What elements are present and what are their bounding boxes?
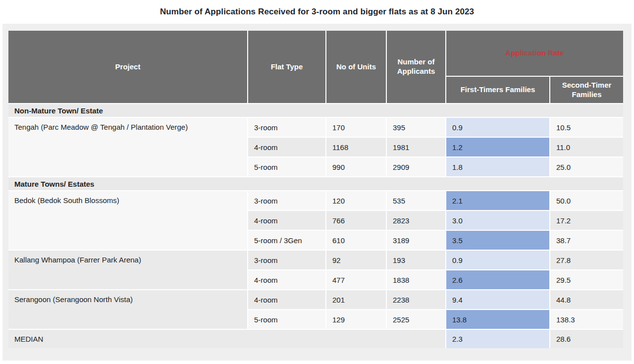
applicants-cell: 2525 (386, 310, 446, 329)
col-header-application-rate: Application Rate (446, 31, 623, 76)
section-header-row: Mature Towns/ Estates (8, 177, 623, 191)
units-cell: 170 (326, 117, 386, 137)
flat-type-cell: 4-room (248, 137, 326, 157)
flat-type-cell: 5-room (248, 310, 326, 329)
flat-type-cell: 5-room / 3Gen (248, 230, 326, 250)
second-timer-rate-cell: 17.2 (550, 210, 623, 230)
applicants-cell: 535 (386, 191, 446, 210)
second-timer-rate-cell: 28.6 (550, 329, 623, 348)
first-timer-rate-cell: 0.9 (446, 250, 550, 270)
col-header-applicants: Number of Applicants (386, 31, 446, 104)
section-label: Non-Mature Town/ Estate (8, 104, 623, 117)
flat-type-cell: 4-room (248, 210, 326, 230)
second-timer-rate-cell: 50.0 (550, 191, 623, 210)
second-timer-rate-cell: 44.8 (550, 290, 623, 310)
section-header-row: Non-Mature Town/ Estate (8, 104, 623, 117)
col-header-flat-type: Flat Type (248, 31, 326, 104)
page-title: Number of Applications Received for 3-ro… (0, 0, 634, 24)
first-timer-rate-cell: 2.3 (446, 329, 550, 348)
col-header-project: Project (8, 31, 248, 104)
table-header: Project Flat Type No of Units Number of … (8, 31, 623, 104)
second-timer-rate-cell: 27.8 (550, 250, 623, 270)
flat-type-cell: 4-room (248, 270, 326, 290)
project-cell: Serangoon (Serangoon North Vista) (8, 290, 248, 329)
second-timer-rate-cell: 138.3 (550, 310, 623, 329)
col-header-second-timers: Second-Timer Families (550, 76, 623, 104)
units-cell: 610 (326, 230, 386, 250)
units-cell: 92 (326, 250, 386, 270)
applicants-cell: 3189 (386, 230, 446, 250)
second-timer-rate-cell: 29.5 (550, 270, 623, 290)
applicants-cell: 193 (386, 250, 446, 270)
applicants-cell: 1981 (386, 137, 446, 157)
units-cell: 120 (326, 191, 386, 210)
flat-type-cell: 3-room (248, 117, 326, 137)
units-cell: 477 (326, 270, 386, 290)
section-label: Mature Towns/ Estates (8, 177, 623, 191)
second-timer-rate-cell: 10.5 (550, 117, 623, 137)
table-row: Bedok (Bedok South Blossoms) 3-room 120 … (8, 191, 623, 210)
first-timer-rate-cell: 13.8 (446, 310, 550, 329)
first-timer-rate-cell: 2.6 (446, 270, 550, 290)
flat-type-cell: 3-room (248, 191, 326, 210)
col-header-units: No of Units (326, 31, 386, 104)
applicants-cell: 1838 (386, 270, 446, 290)
first-timer-rate-cell: 0.9 (446, 117, 550, 137)
applicants-cell: 2909 (386, 157, 446, 177)
first-timer-rate-cell: 1.2 (446, 137, 550, 157)
units-cell: 129 (326, 310, 386, 329)
units-cell: 766 (326, 210, 386, 230)
flat-type-cell: 3-room (248, 250, 326, 270)
units-cell: 990 (326, 157, 386, 177)
project-cell: Tengah (Parc Meadow @ Tengah / Plantatio… (8, 117, 248, 177)
first-timer-rate-cell: 3.5 (446, 230, 550, 250)
first-timer-rate-cell: 9.4 (446, 290, 550, 310)
table-row: Serangoon (Serangoon North Vista) 4-room… (8, 290, 623, 310)
table-row: Kallang Whampoa (Farrer Park Arena) 3-ro… (8, 250, 623, 270)
units-cell: 201 (326, 290, 386, 310)
applicants-cell: 2238 (386, 290, 446, 310)
second-timer-rate-cell: 38.7 (550, 230, 623, 250)
second-timer-rate-cell: 11.0 (550, 137, 623, 157)
applicants-cell: 2823 (386, 210, 446, 230)
header-row-main: Project Flat Type No of Units Number of … (8, 31, 623, 76)
table-row: Tengah (Parc Meadow @ Tengah / Plantatio… (8, 117, 623, 137)
first-timer-rate-cell: 2.1 (446, 191, 550, 210)
col-header-first-timers: First-Timers Families (446, 76, 550, 104)
median-row: MEDIAN 2.3 28.6 (8, 329, 623, 348)
units-cell: 1168 (326, 137, 386, 157)
project-cell: Bedok (Bedok South Blossoms) (8, 191, 248, 250)
first-timer-rate-cell: 3.0 (446, 210, 550, 230)
median-label: MEDIAN (8, 329, 446, 348)
applications-table: Project Flat Type No of Units Number of … (8, 31, 623, 348)
applicants-cell: 395 (386, 117, 446, 137)
flat-type-cell: 4-room (248, 290, 326, 310)
second-timer-rate-cell: 25.0 (550, 157, 623, 177)
table-panel: Project Flat Type No of Units Number of … (2, 24, 632, 361)
flat-type-cell: 5-room (248, 157, 326, 177)
first-timer-rate-cell: 1.8 (446, 157, 550, 177)
project-cell: Kallang Whampoa (Farrer Park Arena) (8, 250, 248, 290)
